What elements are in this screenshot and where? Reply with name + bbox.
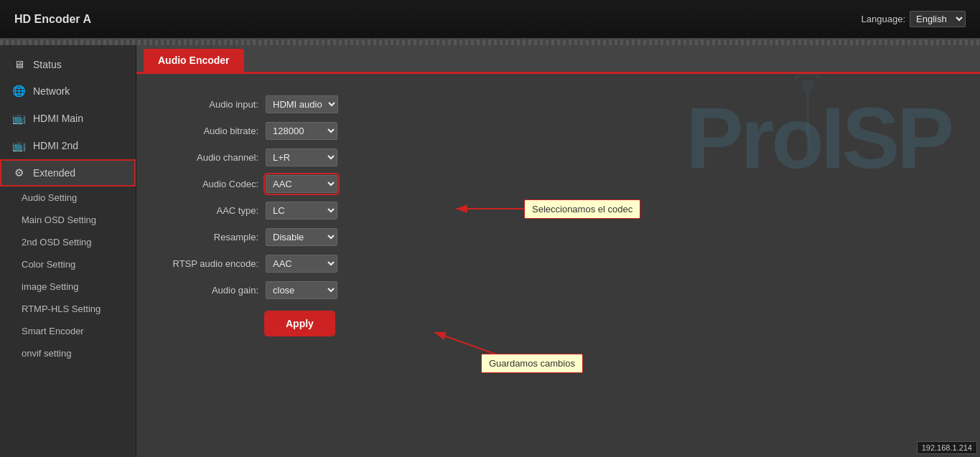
apply-callout: Guardamos cambios <box>481 354 583 373</box>
form-row-audio-channel: Audio channel: L+R L R <box>151 149 966 166</box>
select-rtsp-audio[interactable]: AAC MP3 <box>266 255 337 273</box>
sidebar-label-network: Network <box>33 85 70 97</box>
sidebar-item-hdmi-main[interactable]: 📺 HDMI Main <box>0 105 136 132</box>
sidebar-item-hdmi-2nd[interactable]: 📺 HDMI 2nd <box>0 132 136 159</box>
hdmi-main-icon: 📺 <box>11 112 26 125</box>
tab-bar: Audio Encoder <box>136 45 980 74</box>
sidebar-subitem-smart-encoder[interactable]: Smart Encoder <box>0 320 136 342</box>
sidebar-label-status: Status <box>33 59 62 70</box>
sidebar-label-extended: Extended <box>33 167 75 179</box>
main-content: ProISP Audio Encoder Audio input: HDMI a… <box>136 45 980 457</box>
codec-callout: Seleccionamos el codec <box>524 199 640 219</box>
sidebar-item-network[interactable]: 🌐 Network <box>0 77 136 105</box>
main-layout: 🖥 Status 🌐 Network 📺 HDMI Main 📺 HDMI 2n… <box>0 45 980 457</box>
label-resample: Resample: <box>151 232 266 242</box>
form-row-resample: Resample: Disable Enable <box>151 228 966 246</box>
sidebar-subitem-image-setting[interactable]: image Setting <box>0 275 136 298</box>
sub-header-stripe <box>0 39 980 45</box>
label-rtsp-audio: RTSP audio encode: <box>151 258 266 269</box>
hdmi-2nd-icon: 📺 <box>11 139 26 152</box>
sidebar-subitem-color-setting[interactable]: Color Setting <box>0 253 136 275</box>
label-audio-codec: Audio Codec: <box>151 179 266 189</box>
globe-icon: 🌐 <box>11 85 26 98</box>
label-audio-channel: Audio channel: <box>151 152 266 163</box>
select-audio-gain[interactable]: close low medium high <box>266 281 337 299</box>
sidebar-label-hdmi-main: HDMI Main <box>33 113 83 124</box>
sidebar-subitem-rtmp-hls[interactable]: RTMP-HLS Setting <box>0 298 136 320</box>
app-title: HD Encoder A <box>14 13 91 26</box>
sidebar-subitem-2nd-osd[interactable]: 2nd OSD Setting <box>0 231 136 253</box>
select-aac-type[interactable]: LC HE HEv2 <box>266 202 337 220</box>
label-aac-type: AAC type: <box>151 205 266 216</box>
sidebar-label-hdmi-2nd: HDMI 2nd <box>33 140 78 151</box>
select-audio-codec[interactable]: AAC MP3 G711 <box>266 175 337 193</box>
header: HD Encoder A Language: English Chinese <box>0 0 980 39</box>
sidebar: 🖥 Status 🌐 Network 📺 HDMI Main 📺 HDMI 2n… <box>0 45 136 457</box>
ip-badge: 192.168.1.214 <box>917 441 977 454</box>
apply-button[interactable]: Apply <box>266 312 334 335</box>
select-audio-bitrate[interactable]: 64000 128000 256000 <box>266 122 337 140</box>
language-label: Language: <box>862 14 905 24</box>
language-dropdown[interactable]: English Chinese <box>910 11 966 27</box>
select-resample[interactable]: Disable Enable <box>266 228 337 246</box>
sidebar-subitem-main-osd[interactable]: Main OSD Setting <box>0 209 136 231</box>
sidebar-subitem-audio-setting[interactable]: Audio Setting <box>0 187 136 209</box>
label-audio-bitrate: Audio bitrate: <box>151 126 266 136</box>
form-row-audio-bitrate: Audio bitrate: 64000 128000 256000 <box>151 122 966 140</box>
label-audio-input: Audio input: <box>151 99 266 110</box>
monitor-icon: 🖥 <box>11 58 26 70</box>
sidebar-item-status[interactable]: 🖥 Status <box>0 51 136 77</box>
gear-icon: ⚙ <box>11 166 26 179</box>
form-row-audio-gain: Audio gain: close low medium high <box>151 281 966 299</box>
form-row-audio-input: Audio input: HDMI audio Line in <box>151 95 966 113</box>
select-audio-input[interactable]: HDMI audio Line in <box>266 95 338 113</box>
form-row-rtsp-audio: RTSP audio encode: AAC MP3 <box>151 255 966 273</box>
label-audio-gain: Audio gain: <box>151 285 266 296</box>
language-selector[interactable]: Language: English Chinese <box>862 11 966 27</box>
form-row-audio-codec: Audio Codec: AAC MP3 G711 <box>151 175 966 193</box>
select-audio-channel[interactable]: L+R L R <box>266 149 337 166</box>
sidebar-item-extended[interactable]: ⚙ Extended <box>0 159 136 187</box>
sidebar-subitem-onvif[interactable]: onvif setting <box>0 342 136 364</box>
form-row-apply: Apply <box>151 308 966 335</box>
tab-audio-encoder[interactable]: Audio Encoder <box>144 49 244 72</box>
